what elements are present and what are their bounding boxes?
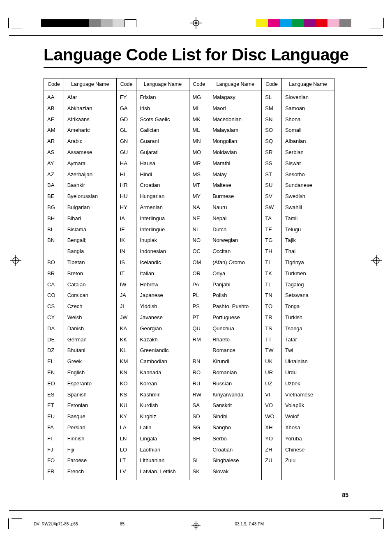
code-cell: BR xyxy=(47,268,60,279)
name-cell: Interlingua xyxy=(140,213,185,224)
name-cell: Frisian xyxy=(140,92,185,103)
name-cell: Danish xyxy=(67,323,113,334)
name-cell: Thai xyxy=(285,246,331,257)
name-cell: Russian xyxy=(212,378,258,389)
name-cell: Guarani xyxy=(140,136,185,147)
name-cell: Sundanese xyxy=(285,180,331,191)
name-cell: Azerbaijani xyxy=(67,169,113,180)
color-swatch xyxy=(125,19,136,27)
bottom-printer-marks xyxy=(0,516,392,531)
name-cell: Moldavian xyxy=(212,147,258,158)
code-cell: GA xyxy=(120,103,133,114)
code-column: CodeFYGAGDGLGNGUHAHIHRHUHYIAIEIKINISITIW… xyxy=(117,78,137,480)
code-cell: KA xyxy=(120,323,133,334)
code-cell: KS xyxy=(120,389,133,401)
name-cell: Tajik xyxy=(285,235,331,246)
name-cell: Tonga xyxy=(285,301,331,312)
code-cell: AY xyxy=(47,158,60,169)
name-cell: Xhosa xyxy=(285,422,331,433)
code-cell: OC xyxy=(193,246,206,257)
code-cell: CA xyxy=(47,279,60,290)
code-cell: NO xyxy=(193,235,206,246)
code-cell: SW xyxy=(265,202,278,213)
name-cell: Spanish xyxy=(67,389,113,401)
code-cell: IW xyxy=(120,279,133,290)
code-cell: PS xyxy=(193,301,206,312)
code-cell: EO xyxy=(47,378,60,389)
code-cell: FA xyxy=(47,422,60,433)
code-cell: MG xyxy=(193,92,206,103)
code-cell: HI xyxy=(120,169,133,180)
swatch-row-grey xyxy=(41,19,136,27)
color-swatch xyxy=(268,19,280,27)
name-cell: Slovenian xyxy=(285,92,331,103)
name-cell: Tamil xyxy=(285,213,331,224)
name-cell: Hausa xyxy=(140,158,185,169)
code-cell: AR xyxy=(47,136,60,147)
name-cell: Tagalog xyxy=(285,279,331,290)
name-cell: Korean xyxy=(140,378,185,389)
code-cell: FJ xyxy=(47,444,60,456)
code-cell: ES xyxy=(47,389,60,401)
top-printer-marks xyxy=(0,16,392,30)
name-cell: Tigrinya xyxy=(285,257,331,268)
code-cell: AF xyxy=(47,114,60,125)
code-cell: ML xyxy=(193,125,206,136)
color-swatch xyxy=(316,19,327,27)
code-cell: TR xyxy=(265,312,278,323)
code-cell: LV xyxy=(120,466,133,477)
name-header: Language Name xyxy=(136,78,189,90)
name-cell: Kurdish xyxy=(140,400,185,411)
color-swatch xyxy=(41,19,53,27)
name-cell: Afrikaans xyxy=(67,114,113,125)
swatch-row-color xyxy=(256,19,351,27)
name-cell: Estonian xyxy=(67,400,113,411)
code-cell: MY xyxy=(193,191,206,202)
code-cell: UZ xyxy=(265,378,278,389)
code-cell: OM xyxy=(193,257,206,268)
name-cell: Volapük xyxy=(285,400,331,411)
code-cell: TO xyxy=(265,301,278,312)
code-cell: CO xyxy=(47,290,60,301)
name-cell: Bihari xyxy=(67,213,113,224)
code-cell: SL xyxy=(265,92,278,103)
code-cell: TS xyxy=(265,323,278,334)
name-cell: Albanian xyxy=(285,136,331,147)
name-cell: Norwegian xyxy=(212,235,258,246)
code-cell xyxy=(193,345,206,356)
name-cell: Nepali xyxy=(212,213,258,224)
code-cell: LN xyxy=(120,433,133,444)
name-cell: Panjabi xyxy=(212,279,258,290)
code-cell: HA xyxy=(120,158,133,169)
name-cell: Samoan xyxy=(285,103,331,114)
name-header: Language Name xyxy=(282,78,334,90)
code-cell: TW xyxy=(265,345,278,356)
name-cell: Ameharic xyxy=(67,125,113,136)
name-cell: Hungarian xyxy=(140,191,185,202)
code-cell: TE xyxy=(265,224,278,235)
code-cell: RO xyxy=(193,367,206,378)
code-cell: CS xyxy=(47,301,60,312)
name-cell: Basque xyxy=(67,411,113,422)
name-cell: French xyxy=(67,466,113,477)
name-cell: Latvian, Lettish xyxy=(140,466,185,477)
code-cell: RU xyxy=(193,378,206,389)
code-cell: KL xyxy=(120,345,133,356)
code-cell xyxy=(193,444,206,456)
code-cell: BE xyxy=(47,191,60,202)
name-column: Language NameFrisianIrishScots GaelicGal… xyxy=(136,78,189,480)
code-cell: OR xyxy=(193,268,206,279)
name-cell: Serbo- xyxy=(212,433,258,444)
code-cell: YO xyxy=(265,433,278,444)
code-column: CodeSLSMSNSOSQSRSSSTSUSVSWTATETGTHTITKTL… xyxy=(262,78,282,480)
code-cell: MO xyxy=(193,147,206,158)
code-cell: GN xyxy=(120,136,133,147)
page-number: 85 xyxy=(342,492,348,498)
code-cell: KN xyxy=(120,367,133,378)
code-cell: AM xyxy=(47,125,60,136)
name-cell: Rhaeto- xyxy=(212,334,258,345)
name-cell: Zulu xyxy=(285,455,331,466)
name-cell: Singhalese xyxy=(212,455,258,466)
name-cell: Faroese xyxy=(67,455,113,466)
name-cell: Gujarati xyxy=(140,147,185,158)
